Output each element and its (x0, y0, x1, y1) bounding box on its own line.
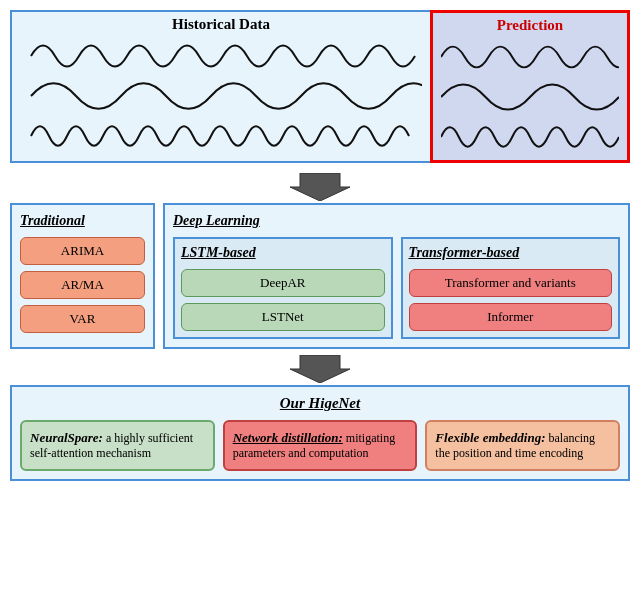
deep-learning-title: Deep Learning (173, 213, 620, 229)
transformer-item-informer: Informer (409, 303, 613, 331)
deep-learning-box: Deep Learning LSTM-based DeepAR LSTNet T… (163, 203, 630, 349)
prediction-waves (441, 38, 619, 156)
traditional-item-var: VAR (20, 305, 145, 333)
transformer-title: Transformer-based (409, 245, 613, 261)
historical-waves (20, 37, 422, 155)
bottom-section: Our HigeNet NeuralSpare: a highly suffic… (10, 385, 630, 481)
top-section: Historical Data Prediction (10, 10, 630, 163)
lstm-item-deepar: DeepAR (181, 269, 385, 297)
arrow-1 (290, 173, 350, 201)
wave-1 (20, 37, 422, 75)
traditional-title: Traditional (20, 213, 145, 229)
deep-inner: LSTM-based DeepAR LSTNet Transformer-bas… (173, 237, 620, 339)
neural-title: NeuralSpare: (30, 430, 103, 445)
wave-3 (20, 117, 422, 155)
our-title: Our HigeNet (20, 395, 620, 412)
bottom-inner: NeuralSpare: a highly sufficient self-at… (20, 420, 620, 471)
distill-title: Network distillation: (233, 430, 343, 445)
svg-marker-1 (290, 355, 350, 383)
pred-wave-2 (441, 78, 619, 116)
bottom-item-embed: Flexible embedding: balancing the positi… (425, 420, 620, 471)
bottom-item-distill: Network distillation: mitigating paramet… (223, 420, 418, 471)
arrow-svg-2 (290, 355, 350, 383)
pred-wave-3 (441, 118, 619, 156)
transformer-box: Transformer-based Transformer and varian… (401, 237, 621, 339)
embed-title: Flexible embedding: (435, 430, 545, 445)
transformer-item-1: Transformer and variants (409, 269, 613, 297)
traditional-box: Traditional ARIMA AR/MA VAR (10, 203, 155, 349)
svg-marker-0 (290, 173, 350, 201)
bottom-item-neural: NeuralSpare: a highly sufficient self-at… (20, 420, 215, 471)
traditional-item-arma: AR/MA (20, 271, 145, 299)
lstm-title: LSTM-based (181, 245, 385, 261)
historical-title: Historical Data (20, 16, 422, 33)
arrow-svg-1 (290, 173, 350, 201)
traditional-items: ARIMA AR/MA VAR (20, 237, 145, 333)
lstm-item-lstnet: LSTNet (181, 303, 385, 331)
middle-section: Traditional ARIMA AR/MA VAR Deep Learnin… (10, 203, 630, 349)
prediction-box: Prediction (430, 10, 630, 163)
prediction-title: Prediction (441, 17, 619, 34)
historical-box: Historical Data (10, 10, 430, 163)
wave-2 (20, 77, 422, 115)
transformer-items: Transformer and variants Informer (409, 269, 613, 331)
arrow-2 (290, 355, 350, 383)
lstm-box: LSTM-based DeepAR LSTNet (173, 237, 393, 339)
lstm-items: DeepAR LSTNet (181, 269, 385, 331)
pred-wave-1 (441, 38, 619, 76)
traditional-item-arima: ARIMA (20, 237, 145, 265)
